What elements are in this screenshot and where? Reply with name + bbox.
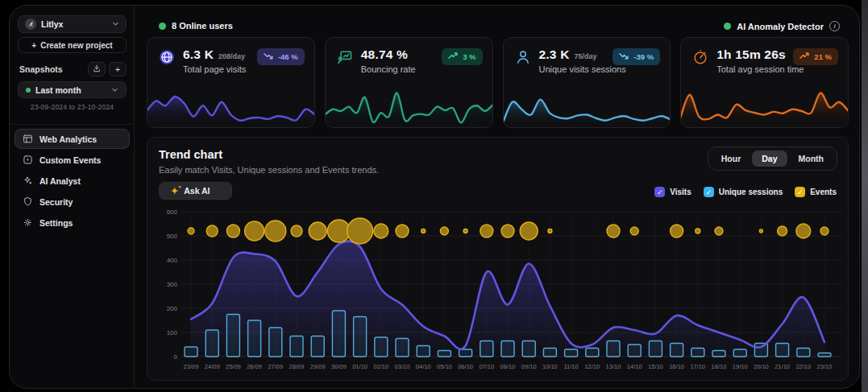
events-bubble: [347, 218, 373, 244]
events-bubble: [188, 228, 194, 234]
sidebar: Litlyx + Create new project Snapshots +: [10, 6, 135, 388]
svg-text:23/10: 23/10: [817, 363, 833, 370]
sidebar-item-label: Security: [39, 197, 73, 207]
sidebar-item-security[interactable]: Security: [15, 192, 130, 212]
svg-text:17/10: 17/10: [690, 363, 705, 370]
svg-text:10/10: 10/10: [542, 363, 558, 370]
legend-item-unique-sessions[interactable]: ✓ Unique sessions: [704, 187, 783, 197]
sidebar-item-ai-analyst[interactable]: AI Analyst: [15, 171, 130, 191]
unique-sessions-bar: [396, 339, 409, 357]
legend-item-visits[interactable]: ✓ Visits: [654, 187, 691, 197]
svg-text:07/10: 07/10: [479, 363, 494, 370]
timer-icon: [691, 47, 710, 67]
svg-text:25/09: 25/09: [226, 363, 241, 370]
online-users-label: 8 Online users: [172, 21, 233, 31]
svg-text:14/10: 14/10: [627, 363, 642, 370]
unique-sessions-bar: [290, 336, 303, 357]
legend-checkbox[interactable]: ✓: [795, 187, 805, 197]
legend-checkbox[interactable]: ✓: [704, 187, 714, 197]
create-project-button[interactable]: + Create new project: [18, 37, 127, 53]
trend-up-icon: [448, 51, 459, 63]
svg-text:100: 100: [167, 329, 178, 336]
svg-text:21/10: 21/10: [775, 363, 790, 370]
unique-sessions-bar: [776, 344, 789, 357]
svg-text:12/10: 12/10: [584, 363, 600, 370]
svg-text:19/10: 19/10: [733, 363, 748, 370]
svg-text:600: 600: [167, 208, 178, 216]
legend-item-events[interactable]: ✓ Events: [795, 187, 837, 197]
info-icon[interactable]: i: [829, 21, 840, 31]
anomaly-detector-indicator: AI Anomaly Detector i: [724, 21, 840, 31]
trend-chart-panel: Trend chart Easily match Visits, Unique …: [147, 137, 849, 381]
unique-sessions-bar: [185, 347, 197, 357]
svg-text:0: 0: [174, 353, 178, 361]
events-bubble: [309, 222, 326, 240]
stat-value: 1h 15m 26s: [716, 47, 786, 62]
svg-text:400: 400: [167, 257, 178, 264]
snapshot-status-dot: [26, 88, 31, 93]
events-bubble: [374, 224, 388, 238]
svg-text:20/10: 20/10: [754, 363, 769, 370]
chart-legend: ✓ Visits ✓ Unique sessions ✓ Events: [654, 187, 837, 197]
unique-sessions-bar: [248, 320, 261, 357]
events-bubble: [520, 222, 538, 240]
events-bubble: [796, 224, 811, 238]
unique-sessions-bar: [671, 344, 683, 357]
project-name: Litlyx: [41, 19, 63, 29]
events-bubble: [759, 229, 762, 233]
ask-ai-label: Ask AI: [184, 186, 210, 196]
events-bubble: [245, 221, 264, 241]
events-bubble: [548, 229, 552, 233]
stat-rate: 208/day: [218, 52, 245, 60]
sidebar-item-label: Custom Events: [39, 155, 101, 165]
plus-icon: +: [31, 41, 36, 50]
svg-text:16/10: 16/10: [669, 363, 684, 370]
chevron-down-icon: [111, 85, 118, 95]
unique-sessions-bar: [797, 349, 810, 357]
svg-text:200: 200: [167, 305, 178, 312]
sidebar-item-settings[interactable]: Settings: [15, 213, 130, 233]
events-bubble: [226, 225, 239, 237]
svg-text:30/09: 30/09: [331, 363, 347, 370]
svg-text:08/10: 08/10: [500, 363, 516, 370]
plus-icon: +: [115, 64, 120, 74]
unique-sessions-bar: [628, 345, 641, 357]
unique-sessions-bar: [818, 353, 831, 357]
sidebar-item-web-analytics[interactable]: Web Analytics: [15, 129, 130, 149]
unique-sessions-bar: [712, 351, 725, 357]
snapshot-select[interactable]: Last month: [18, 81, 127, 98]
legend-checkbox[interactable]: ✓: [654, 187, 665, 197]
sidebar-divider: [10, 124, 135, 125]
unique-sessions-bar: [480, 341, 493, 357]
unique-sessions-bar: [226, 315, 239, 357]
unique-sessions-bar: [438, 351, 451, 357]
project-selector[interactable]: Litlyx: [18, 15, 127, 33]
person-icon: [513, 47, 533, 67]
sparkle-icon: ✦: [171, 187, 178, 196]
add-snapshot-button[interactable]: +: [109, 62, 127, 76]
stat-sparkline: [680, 86, 849, 128]
svg-text:300: 300: [167, 281, 178, 288]
ask-ai-button[interactable]: ✦ Ask AI: [159, 182, 232, 200]
stat-card-total-page-visits: 6.3 K 208/day Total page visits -46 %: [147, 37, 315, 128]
stat-label: Bouncing rate: [361, 64, 416, 74]
range-button-hour[interactable]: Hour: [712, 151, 751, 167]
svg-text:18/10: 18/10: [712, 363, 727, 370]
stat-label: Total page visits: [183, 64, 246, 74]
range-button-day[interactable]: Day: [752, 151, 787, 167]
sidebar-item-custom-events[interactable]: Custom Events: [15, 150, 130, 170]
unique-sessions-bar: [269, 328, 282, 357]
download-icon: [93, 64, 101, 74]
stat-label: Total avg session time: [716, 64, 804, 74]
export-snapshot-button[interactable]: [88, 62, 106, 76]
stat-value: 6.3 K: [183, 47, 214, 62]
stat-sparkline: [325, 86, 493, 128]
unique-sessions-bar: [311, 336, 324, 357]
events-bubble: [463, 229, 467, 233]
events-bubble: [778, 226, 787, 236]
snapshots-label: Snapshots: [19, 64, 63, 74]
range-button-month[interactable]: Month: [789, 151, 834, 167]
svg-text:02/10: 02/10: [373, 363, 388, 370]
trend-chart-canvas[interactable]: 010020030040050060023/0924/0925/0926/092…: [154, 207, 845, 377]
svg-text:13/10: 13/10: [606, 363, 621, 370]
